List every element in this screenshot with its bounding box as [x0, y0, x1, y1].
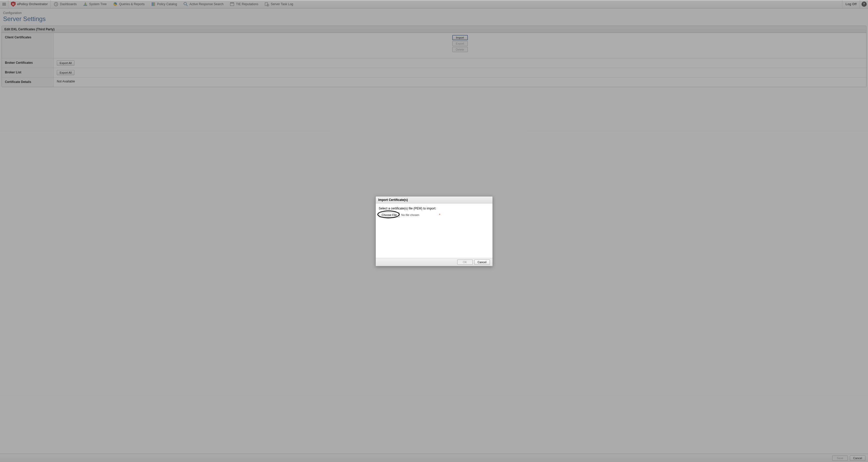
modal-body: Select a certificate(s) file (PEM) to im… [376, 203, 493, 258]
file-input-row: Choose File No file chosen * [379, 212, 489, 218]
modal-footer: OK Cancel [376, 258, 493, 266]
modal-cancel-button[interactable]: Cancel [474, 260, 490, 265]
file-status-text: No file chosen [401, 213, 420, 217]
modal-overlay: Import Certificate(s) Select a certifica… [0, 0, 868, 462]
choose-file-button[interactable]: Choose File [379, 212, 400, 218]
modal-ok-button: OK [457, 260, 473, 265]
modal-prompt: Select a certificate(s) file (PEM) to im… [379, 207, 489, 210]
modal-title: Import Certificate(s) [376, 197, 493, 203]
required-indicator: * [439, 213, 440, 217]
import-certificates-modal: Import Certificate(s) Select a certifica… [375, 196, 493, 266]
